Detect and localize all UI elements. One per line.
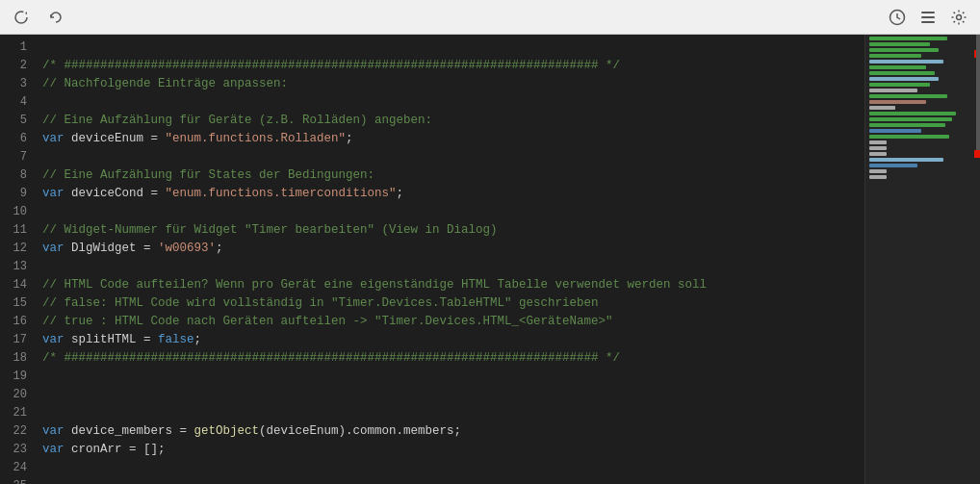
code-content: 1234567891011121314151617181920212223242… [0,35,864,484]
code-editor[interactable]: 1234567891011121314151617181920212223242… [0,35,864,484]
settings-button[interactable] [945,4,972,31]
line-numbers: 1234567891011121314151617181920212223242… [0,35,35,484]
main-area: 1234567891011121314151617181920212223242… [0,35,980,484]
minimap-scrollbar[interactable] [976,35,980,150]
reload-button[interactable] [42,4,69,31]
minimap[interactable] [864,35,980,484]
svg-rect-2 [921,12,935,13]
history-button[interactable] [884,4,911,31]
toolbar [0,0,980,35]
svg-rect-3 [921,16,935,18]
minimap-viewport [865,35,980,484]
code-text[interactable]: /* #####################################… [35,35,864,484]
svg-rect-4 [921,21,935,23]
toolbar-right [884,4,972,31]
refresh-button[interactable] [8,4,35,31]
svg-point-5 [957,14,962,19]
list-button[interactable] [915,4,941,31]
